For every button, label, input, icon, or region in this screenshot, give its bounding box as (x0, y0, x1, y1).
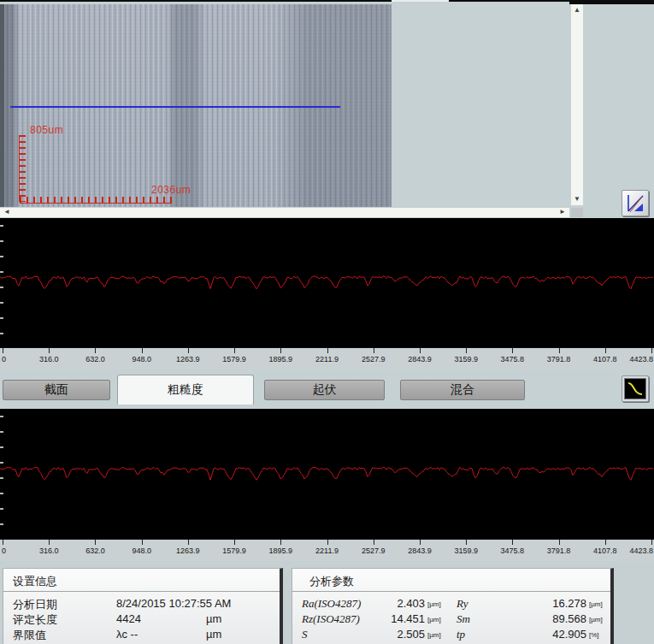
x-axis-tick (420, 348, 421, 353)
param-value: 89.568 (506, 612, 586, 625)
x-axis-tick (466, 348, 467, 353)
x-axis-tick-label: 1263.9 (176, 355, 200, 363)
x-axis-tick (95, 540, 96, 545)
settings-value: λc -- (116, 628, 138, 641)
divider (292, 591, 610, 592)
settings-row: 评定长度4424µm (3, 612, 280, 627)
settings-label: 评定长度 (13, 612, 57, 628)
x-axis-tick (188, 348, 189, 353)
analysis-row: Rz(ISO4287)14.451[µm]Sm89.568[µm] (292, 612, 610, 627)
y-axis-tick (0, 508, 3, 510)
settings-row: 分析日期8/24/2015 10:27:55 AM (3, 597, 280, 612)
x-axis-tick-label: 1263.9 (176, 547, 200, 555)
x-axis-tick-label: 1579.9 (222, 355, 246, 363)
param-value: 14.451 (369, 612, 425, 625)
scroll-up-icon[interactable]: ▲ (574, 7, 580, 14)
filter-settings-button[interactable] (622, 375, 649, 402)
x-axis-tick (420, 540, 421, 545)
x-axis-tick (374, 348, 374, 353)
profile-trace (0, 409, 654, 539)
x-axis-tick (142, 540, 143, 545)
x-axis-tick (280, 540, 281, 545)
x-axis-tick-label: 2211.9 (315, 355, 339, 363)
x-axis-tick-label: 2843.9 (408, 547, 432, 555)
y-axis-tick (0, 240, 3, 242)
x-axis-tick-label: 3475.8 (501, 355, 525, 363)
x-axis-tick-label: 1579.9 (222, 547, 246, 555)
profile-type-tabs: 截面粗糙度起伏混合 (0, 374, 654, 405)
x-axis-tick (280, 348, 281, 353)
y-axis-tick (0, 287, 3, 288)
x-axis-tick (234, 540, 235, 545)
analysis-row: Ra(ISO4287)2.403[µm]Ry16.278[µm] (292, 597, 610, 612)
y-axis-tick (0, 462, 3, 464)
x-axis-tick (234, 348, 235, 353)
x-axis-tick (559, 540, 560, 545)
measurement-line (10, 106, 340, 108)
param-value: 2.505 (369, 628, 425, 641)
x-axis-tick-label: 1895.9 (269, 355, 293, 363)
param-name: S (302, 628, 308, 641)
vertical-scale-label: 805um (30, 124, 63, 136)
settings-panel-title: 设置信息 (13, 574, 57, 589)
x-axis-tick (49, 540, 50, 545)
x-axis-tick (95, 348, 96, 353)
x-axis-tick (3, 348, 3, 353)
horizontal-scrollbar[interactable]: ◄ ► (0, 208, 569, 217)
divider (3, 591, 280, 592)
x-axis-tick-label: 1895.9 (269, 547, 293, 555)
x-axis-tick-label: 2211.9 (315, 547, 339, 555)
x-axis-tick-label: 2527.9 (362, 355, 386, 363)
tab-2[interactable]: 粗糙度 (117, 375, 254, 405)
horizontal-scale-label: 2036um (151, 184, 191, 196)
microscope-surface-image: 805um 2036um (0, 4, 392, 207)
param-unit: [µm] (427, 628, 441, 639)
param-value: 42.905 (506, 628, 586, 641)
x-axis-tick (142, 348, 143, 353)
profile-chart-top (0, 218, 654, 347)
x-axis-tick (3, 540, 3, 545)
x-axis-tick (651, 540, 652, 545)
y-axis-tick (0, 271, 3, 273)
analysis-row: S2.505[µm]tp42.905[%] (292, 628, 610, 642)
roughness-chart-bottom (0, 409, 654, 539)
y-axis-tick (0, 416, 3, 417)
x-axis-tick-label: 632.0 (85, 355, 105, 363)
param-name: tp (457, 628, 465, 641)
x-axis-tick-label: 3791.8 (547, 355, 571, 363)
x-axis-top: 0316.0632.0948.01263.91579.91895.92211.9… (0, 347, 654, 370)
x-axis-tick (374, 540, 374, 545)
y-axis-tick (0, 523, 3, 525)
settings-label: 分析日期 (13, 597, 57, 612)
profile-measure-button[interactable] (622, 190, 649, 216)
tab-3[interactable]: 起伏 (264, 380, 385, 400)
x-axis-tick (512, 348, 513, 353)
x-axis-tick (559, 348, 560, 353)
x-axis-tick-label: 3159.9 (454, 547, 478, 555)
scroll-right-icon[interactable]: ► (559, 209, 566, 216)
microscope-image-viewport: 805um 2036um (0, 2, 569, 207)
filter-curve-icon (624, 378, 646, 399)
x-axis-tick (651, 348, 652, 353)
scroll-down-icon[interactable]: ▼ (574, 196, 580, 203)
param-unit: [µm] (589, 612, 603, 623)
x-axis-tick (327, 540, 328, 545)
tab-1[interactable]: 截面 (3, 380, 110, 400)
param-name: Sm (457, 612, 470, 626)
y-axis-tick (0, 225, 3, 227)
y-axis-tick (0, 477, 3, 479)
x-axis-tick-label: 4423.8 (629, 547, 653, 555)
param-name: Rz(ISO4287) (302, 612, 360, 626)
param-name: Ry (457, 597, 468, 611)
tab-4[interactable]: 混合 (400, 380, 525, 400)
y-axis-tick (0, 333, 3, 334)
x-axis-tick-label: 948.0 (132, 547, 151, 555)
scroll-left-icon[interactable]: ◄ (3, 209, 10, 216)
x-axis-tick (512, 540, 513, 545)
vertical-scrollbar[interactable]: ▲ ▼ (571, 4, 583, 205)
y-axis-tick (0, 431, 3, 433)
vertical-scale-ruler (19, 135, 26, 202)
param-value: 2.403 (369, 597, 425, 610)
x-axis-tick (188, 540, 189, 545)
x-axis-tick-label: 0 (2, 355, 6, 363)
